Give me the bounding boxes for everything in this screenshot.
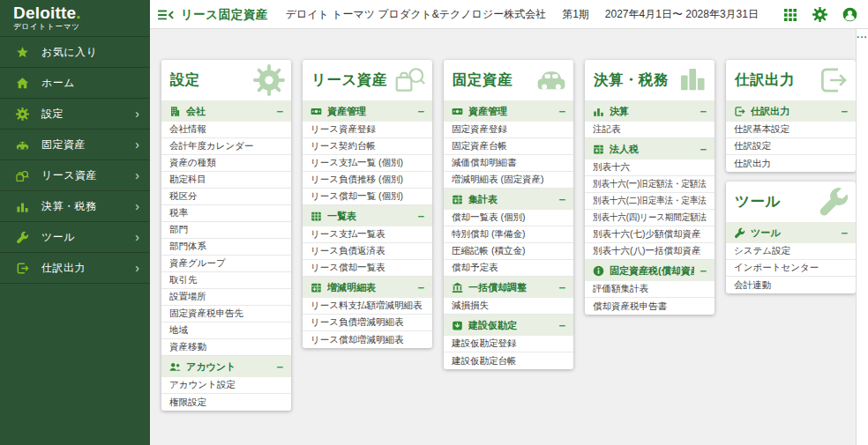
right-rail: ···	[856, 29, 868, 445]
card-menu-item[interactable]: リース償却一覧 (個別)	[303, 189, 432, 205]
card-menu-item[interactable]: 仕訳基本設定	[726, 122, 856, 138]
card-menu-item[interactable]: 取引先	[161, 272, 291, 289]
collapse-section-button[interactable]: −	[700, 144, 707, 155]
card-menu-item[interactable]: 勘定科目	[161, 172, 291, 189]
collapse-section-button[interactable]: −	[700, 106, 707, 117]
section-asset-management[interactable]: 資産管理−	[444, 100, 573, 122]
collapse-section-button[interactable]: −	[700, 265, 707, 277]
card-menu-item[interactable]: 別表十六(七)少額償却資産	[585, 226, 715, 243]
sidebar-item-journal-output[interactable]: 仕訳出力›	[0, 253, 150, 284]
collapse-sidebar-button[interactable]	[158, 8, 174, 22]
section-tools[interactable]: ツール−	[726, 222, 856, 243]
section-account[interactable]: アカウント−	[161, 356, 291, 377]
collapse-section-button[interactable]: −	[558, 320, 565, 331]
card-menu-item[interactable]: システム設定	[726, 243, 856, 260]
collapse-section-button[interactable]: −	[558, 282, 565, 293]
section-bulk-depreciation-adjustment[interactable]: 一括償却調整−	[444, 277, 573, 298]
card-menu-item[interactable]: 別表十六(八)一括償却資産	[585, 243, 715, 260]
card-menu-item[interactable]: 固定資産台帳	[444, 138, 573, 155]
card-menu-item[interactable]: 会計年度カレンダー	[161, 138, 291, 155]
chevron-right-icon: ›	[135, 200, 139, 212]
card-menu-item[interactable]: 別表十六(一)旧定額法・定額法	[585, 176, 715, 193]
section-corporate-tax[interactable]: 法人税−	[585, 138, 715, 159]
card-menu-item[interactable]: 仕訳出力	[726, 155, 856, 172]
card-menu-item[interactable]: 仕訳設定	[726, 138, 856, 155]
collapse-section-button[interactable]: −	[841, 227, 848, 239]
sidebar-item-lease-assets[interactable]: リース資産›	[0, 160, 150, 191]
sidebar-item-fixed-assets[interactable]: 固定資産›	[0, 130, 150, 160]
collapse-section-button[interactable]: −	[276, 106, 283, 117]
card-menu-item[interactable]: リース負債返済表	[303, 243, 432, 260]
sidebar-item-home[interactable]: ホーム	[0, 68, 150, 99]
section-change-schedules[interactable]: 増減明細表−	[303, 277, 432, 298]
card-menu-item[interactable]: 部門	[161, 222, 291, 239]
card-menu-item[interactable]: 特別償却 (準備金)	[444, 226, 573, 243]
card-menu-item[interactable]: インポートセンター	[726, 260, 856, 277]
card-menu-item[interactable]: 別表十六(二)旧定率法・定率法	[585, 193, 715, 210]
card-menu-item[interactable]: 資産グループ	[161, 256, 291, 272]
section-list-tables[interactable]: 一覧表−	[303, 205, 432, 226]
sidebar-item-settings[interactable]: 設定›	[0, 99, 150, 130]
card-menu-item[interactable]: 別表十六(四)リース期間定額法	[585, 210, 715, 226]
card-menu-item[interactable]: リース負債増減明細表	[303, 315, 432, 331]
card-menu-item[interactable]: リース支払一覧 (個別)	[303, 155, 432, 172]
card-menu-item[interactable]: 会計連動	[726, 277, 856, 293]
card-menu-item[interactable]: 償却資産税申告書	[585, 298, 715, 315]
card-menu-item[interactable]: リース償却増減明細表	[303, 331, 432, 348]
card-menu-item[interactable]: 償却予定表	[444, 260, 573, 277]
section-asset-management[interactable]: 資産管理−	[303, 100, 432, 122]
card-menu-item[interactable]: 部門体系	[161, 239, 291, 256]
section-construction-in-progress[interactable]: 建設仮勘定−	[444, 315, 573, 336]
card-menu-item[interactable]: リース償却一覧表	[303, 260, 432, 277]
card-menu-item[interactable]: リース支払一覧表	[303, 226, 432, 243]
card-menu-item[interactable]: 権限設定	[161, 394, 291, 411]
sidebar-item-favorites[interactable]: お気に入り	[0, 37, 150, 68]
menu-item-label: 減価償却明細書	[452, 157, 517, 169]
section-company[interactable]: 会社−	[161, 100, 291, 122]
card-menu-item[interactable]: リース契約台帳	[303, 138, 432, 155]
section-property-tax[interactable]: 固定資産税(償却資産)−	[585, 260, 715, 281]
account-avatar-icon[interactable]	[842, 7, 857, 22]
collapse-section-button[interactable]: −	[558, 194, 565, 205]
card-menu-item[interactable]: 地域	[161, 323, 291, 339]
card-menu-item[interactable]: 固定資産登録	[444, 122, 573, 138]
card-menu-item[interactable]: 評価額集計表	[585, 281, 715, 298]
card-menu-item[interactable]: 増減明細表 (固定資産)	[444, 172, 573, 189]
card-menu-item[interactable]: 償却一覧表 (個別)	[444, 210, 573, 226]
settings-gear-icon[interactable]	[812, 7, 827, 22]
card-menu-item[interactable]: 注記表	[585, 122, 715, 138]
card-menu-item[interactable]: 減価償却明細書	[444, 155, 573, 172]
section-closing[interactable]: 決算−	[585, 100, 715, 122]
card-menu-item[interactable]: 税率	[161, 205, 291, 222]
card-menu-item[interactable]: リース資産登録	[303, 122, 432, 138]
card-menu-item[interactable]: 設置場所	[161, 289, 291, 306]
card-menu-item[interactable]: 減損損失	[444, 298, 573, 315]
sidebar-item-closing-tax[interactable]: 決算・税務›	[0, 191, 150, 222]
collapse-section-button[interactable]: −	[417, 106, 424, 117]
collapse-section-button[interactable]: −	[417, 282, 424, 293]
card-menu-item[interactable]: リース負債推移 (個別)	[303, 172, 432, 189]
card-menu-item[interactable]: 建設仮勘定台帳	[444, 352, 573, 369]
card-menu-item[interactable]: 資産の種類	[161, 155, 291, 172]
card-menu-item[interactable]: 税区分	[161, 189, 291, 205]
info-icon	[593, 265, 604, 277]
card-menu-item[interactable]: 圧縮記帳 (積立金)	[444, 243, 573, 260]
menu-item-label: 権限設定	[169, 397, 206, 409]
card-menu-item[interactable]: 別表十六	[585, 159, 715, 176]
section-journal-output[interactable]: 仕訳出力−	[726, 100, 856, 122]
collapse-section-button[interactable]: −	[558, 106, 565, 117]
collapse-section-button[interactable]: −	[276, 361, 283, 373]
card-menu-item[interactable]: 資産移動	[161, 339, 291, 356]
more-options-button[interactable]: ···	[857, 33, 868, 445]
card-menu-item[interactable]: アカウント設定	[161, 377, 291, 394]
sidebar-item-tools[interactable]: ツール›	[0, 222, 150, 253]
menu-item-label: 会社情報	[169, 123, 206, 136]
card-menu-item[interactable]: 固定資産税申告先	[161, 306, 291, 323]
card-menu-item[interactable]: 会社情報	[161, 122, 291, 138]
section-summary-tables[interactable]: 集計表−	[444, 189, 573, 210]
collapse-section-button[interactable]: −	[841, 106, 848, 117]
card-menu-item[interactable]: 建設仮勘定登録	[444, 336, 573, 352]
card-menu-item[interactable]: リース料支払額増減明細表	[303, 298, 432, 315]
apps-grid-icon[interactable]	[783, 8, 797, 22]
collapse-section-button[interactable]: −	[417, 211, 424, 222]
